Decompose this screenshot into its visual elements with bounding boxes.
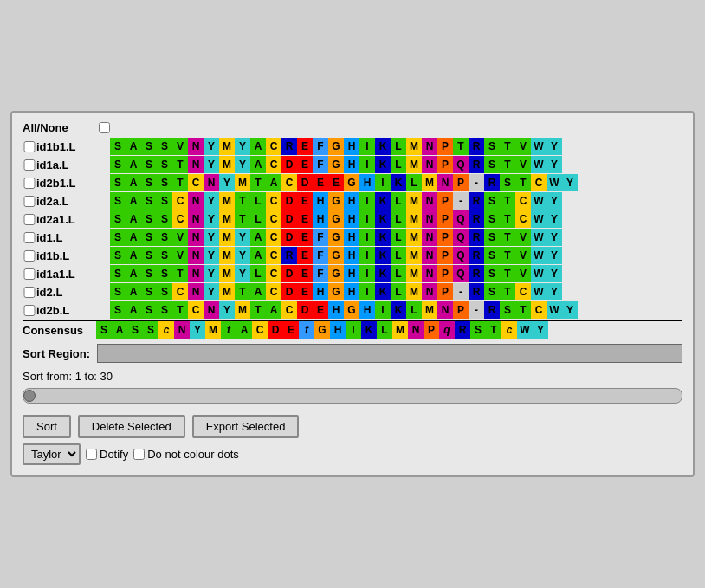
sequence-row: id1b.LSASSVNYMYACREFGHIKLMNPQRSTVWY [23,247,682,264]
row-checkbox[interactable] [23,268,36,280]
options-row: Taylor Dotify Do not colour dots [23,443,682,465]
sequence-id: id2b1.L [36,177,110,190]
sequence-id: id2.L [36,286,110,299]
no-colour-checkbox[interactable] [133,449,145,460]
export-button[interactable]: Export Selected [192,415,300,438]
dotify-checkbox[interactable] [86,449,97,460]
row-checkbox[interactable] [23,141,36,152]
slider-row [23,388,682,406]
consensus-letters: SASScNYMtACDEfGHIKLMNPqRSTcWY [96,321,548,339]
sequence-id: id1b.L [36,249,110,262]
sort-region-label: Sort Region: [23,347,90,360]
sequence-row: id2a1.LSASSCNYMTLCDEHGHIKLMNPQRSTCWY [23,210,682,228]
sequence-row: id2.LSASSCNYMTACDEHGHIKLMNP-RSTCWY [23,283,682,300]
allnone-row: All/None [23,121,682,134]
buttons-row: Sort Delete Selected Export Selected [23,415,682,438]
consensus-row: Consensus SASScNYMtACDEfGHIKLMNPqRSTcWY [23,320,682,339]
row-checkbox[interactable] [23,250,36,262]
row-checkbox[interactable] [23,214,36,225]
no-colour-text: Do not colour dots [147,448,239,461]
sequence-row: id1.LSASSVNYMYACDEFGHIKLMNPQRSTVWY [23,229,682,246]
sequence-id: id1a.L [36,158,110,171]
sequence-id: id1a1.L [36,268,110,281]
sort-region-input[interactable] [97,344,682,363]
no-colour-label[interactable]: Do not colour dots [133,448,239,461]
delete-button[interactable]: Delete Selected [78,415,185,438]
allnone-checkbox[interactable] [99,122,110,133]
color-scheme-select[interactable]: Taylor [23,443,81,465]
row-checkbox[interactable] [23,196,36,207]
allnone-label: All/None [23,121,92,134]
row-checkbox[interactable] [23,305,36,316]
sequence-row: id2a.LSASSCNYMTLCDEHGHIKLMNP-RSTCWY [23,192,682,210]
row-checkbox[interactable] [23,159,36,171]
range-slider[interactable] [23,388,682,404]
sequence-row: id1a.LSASSTNYMYACDEFGHIKLMNPQRSTVWY [23,156,682,173]
consensus-label: Consensus [23,324,96,337]
sequence-row: id2b1.LSASSTCNYMTACDEEGHIKLMNP-RSTCWY [23,174,682,191]
sequence-container: id1b1.LSASSVNYMYACREFGHIKLMNPTRSTVWYid1a… [23,138,682,319]
sequence-row: id1b1.LSASSVNYMYACREFGHIKLMNPTRSTVWY [23,138,682,155]
sort-button[interactable]: Sort [23,415,71,438]
sequence-id: id1b1.L [36,140,110,153]
sequence-id: id2a1.L [36,213,110,226]
sort-from-text: Sort from: 1 to: 30 [23,370,682,383]
sequence-row: id2b.LSASSTCNYMTACDEHGHIKLMNP-RSTCWY [23,301,682,319]
dotify-text: Dotify [100,448,128,461]
row-checkbox[interactable] [23,232,36,243]
sequence-id: id2b.L [36,304,110,317]
dotify-label[interactable]: Dotify [86,448,128,461]
sequence-id: id1.L [36,231,110,244]
main-container: All/None id1b1.LSASSVNYMYACREFGHIKLMNPTR… [10,111,695,477]
row-checkbox[interactable] [23,178,36,189]
sort-region-row: Sort Region: [23,344,682,363]
sequence-row: id1a1.LSASSTNYMYLCDEFGHIKLMNPQRSTVWY [23,265,682,282]
sequence-id: id2a.L [36,195,110,208]
row-checkbox[interactable] [23,287,36,298]
